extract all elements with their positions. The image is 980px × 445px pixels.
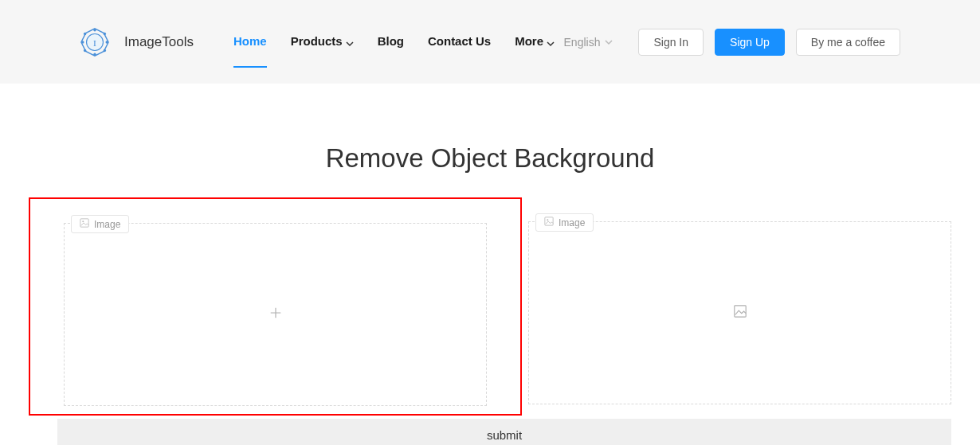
upload-input-box[interactable]: Image [64,223,487,406]
chevron-down-icon [346,37,354,45]
header: I ImageTools Home Products Blog [0,0,980,84]
nav-contact[interactable]: Contact Us [428,34,491,50]
upload-input-label: Image [71,215,129,233]
nav-products-label: Products [291,34,343,48]
plus-icon [269,306,283,323]
nav-home-label: Home [233,34,267,48]
main: Remove Object Background Image [0,143,980,445]
svg-point-12 [82,221,84,222]
nav-home[interactable]: Home [233,34,267,50]
svg-point-3 [93,29,96,31]
upload-output-box[interactable]: Image [528,221,951,404]
svg-rect-13 [545,217,553,225]
nav: Home Products Blog Contact Us More [233,34,555,50]
image-icon [80,218,89,230]
upload-input-wrapper: Image [29,197,522,416]
chevron-down-icon [605,36,613,49]
language-selector[interactable]: English [564,36,613,49]
coffee-button[interactable]: By me a coffee [796,29,900,56]
nav-more-label: More [515,34,543,48]
nav-more[interactable]: More [515,34,555,50]
sign-in-button[interactable]: Sign In [638,29,704,56]
svg-point-9 [81,41,84,43]
logo-icon: I [80,27,110,57]
svg-point-4 [104,32,106,34]
logo[interactable]: I ImageTools [80,27,194,57]
nav-blog[interactable]: Blog [378,34,404,50]
svg-point-10 [84,32,86,34]
header-right: English Sign In Sign Up By me a coffee [564,29,900,56]
svg-rect-11 [80,219,88,227]
nav-contact-label: Contact Us [428,34,491,48]
upload-section: Image [0,221,980,408]
svg-point-8 [84,49,86,51]
image-icon [544,217,554,228]
submit-button[interactable]: submit [57,419,951,445]
page-title: Remove Object Background [0,143,980,174]
svg-point-5 [105,41,108,43]
chevron-down-icon [547,37,555,45]
svg-point-14 [547,219,548,221]
upload-output-label: Image [535,213,594,232]
image-placeholder-icon [733,304,747,322]
svg-point-7 [93,53,96,55]
brand-name: ImageTools [124,34,194,50]
nav-products[interactable]: Products [291,34,354,50]
nav-blog-label: Blog [378,34,404,48]
sign-up-button[interactable]: Sign Up [715,29,785,56]
upload-input-label-text: Image [94,219,120,230]
svg-text:I: I [93,37,96,47]
language-label: English [564,36,601,49]
svg-point-6 [104,49,106,51]
upload-output-label-text: Image [559,217,585,228]
upload-output-wrapper: Image [528,221,951,408]
